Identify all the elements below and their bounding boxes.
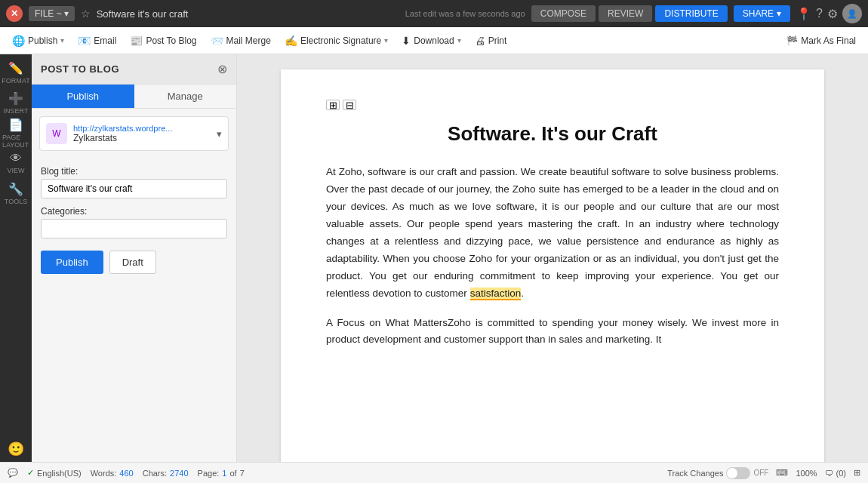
view-icon: 👁 bbox=[10, 152, 22, 165]
email-icon: 📧 bbox=[78, 35, 91, 47]
electronic-sig-toolbar-button[interactable]: ✍ Electronic Signature ▾ bbox=[279, 32, 394, 50]
words-label: Words: bbox=[91, 469, 117, 478]
char-count-status: Chars: 2740 bbox=[143, 469, 189, 478]
comments-count: (0) bbox=[836, 469, 846, 478]
page-current: 1 bbox=[222, 469, 226, 478]
view-label: VIEW bbox=[7, 167, 24, 174]
star-icon[interactable]: ☆ bbox=[81, 8, 91, 20]
print-icon: 🖨 bbox=[475, 35, 485, 47]
blog-logo-icon: W bbox=[46, 123, 67, 144]
blog-title-input[interactable] bbox=[41, 179, 227, 198]
email-toolbar-button[interactable]: 📧 Email bbox=[72, 32, 122, 50]
document-area: ⊞ ⊟ Software. It's our Craft At Zoho, so… bbox=[237, 54, 868, 462]
document-page: ⊞ ⊟ Software. It's our Craft At Zoho, so… bbox=[281, 69, 824, 462]
document-heading: Software. It's our Craft bbox=[326, 122, 779, 146]
print-toolbar-button[interactable]: 🖨 Print bbox=[469, 32, 513, 50]
panel-close-button[interactable]: ⊗ bbox=[217, 62, 227, 76]
compose-nav-button[interactable]: COMPOSE bbox=[531, 5, 596, 22]
mark-final-label: Mark As Final bbox=[801, 35, 856, 46]
keyboard-icon: ⌨ bbox=[776, 468, 788, 478]
insert-label: INSERT bbox=[4, 107, 29, 115]
page-separator: of bbox=[229, 469, 236, 478]
sidebar-item-format[interactable]: ✏️ FORMAT bbox=[2, 59, 29, 86]
word-count-status: Words: 460 bbox=[91, 469, 134, 478]
paragraph-1-text: At Zoho, software is our craft and passi… bbox=[326, 166, 779, 299]
insert-icon: ➕ bbox=[8, 91, 23, 106]
page-total: 7 bbox=[240, 469, 245, 478]
track-status-label: OFF bbox=[753, 469, 768, 477]
blog-url: http://zylkarstats.wordpre... bbox=[73, 124, 211, 133]
publish-label: Publish bbox=[28, 35, 57, 46]
location-icon[interactable]: 📍 bbox=[796, 7, 811, 21]
chevron-down-icon[interactable]: ▾ bbox=[217, 128, 222, 140]
paragraph-1: At Zoho, software is our craft and passi… bbox=[326, 164, 779, 303]
track-changes-switch[interactable] bbox=[726, 467, 750, 479]
feedback-icon[interactable]: 🙂 bbox=[8, 441, 24, 457]
chevron-down-icon: ▾ bbox=[60, 36, 64, 45]
words-count: 460 bbox=[119, 469, 133, 478]
chars-count: 2740 bbox=[170, 469, 188, 478]
download-toolbar-button[interactable]: ⬇ Download ▾ bbox=[396, 32, 466, 50]
tab-manage[interactable]: Manage bbox=[134, 85, 237, 108]
document-body[interactable]: At Zoho, software is our craft and passi… bbox=[326, 164, 779, 349]
keyboard-icon-status[interactable]: ⌨ bbox=[776, 468, 788, 478]
blog-name: Zylkarstats bbox=[73, 133, 211, 143]
comment-icon: 💬 bbox=[8, 468, 18, 478]
mail-merge-toolbar-button[interactable]: 📨 Mail Merge bbox=[205, 32, 277, 50]
page-status: Page: 1 of 7 bbox=[198, 469, 245, 478]
sidebar-item-view[interactable]: 👁 VIEW bbox=[2, 149, 29, 177]
sidebar-item-insert[interactable]: ➕ INSERT bbox=[2, 89, 29, 116]
distribute-nav-button[interactable]: DISTRIBUTE bbox=[655, 5, 727, 22]
post-to-blog-toolbar-button[interactable]: 📰 Post To Blog bbox=[124, 32, 202, 50]
after-highlight: . bbox=[521, 288, 524, 299]
tools-icon: 🔧 bbox=[8, 182, 23, 196]
page-label: Page: bbox=[198, 469, 220, 478]
chevron-down-icon: ▾ bbox=[777, 8, 781, 19]
print-label: Print bbox=[488, 35, 507, 46]
last-edit-timestamp: Last edit was a few seconds ago bbox=[405, 9, 525, 18]
flag-icon: 🏁 bbox=[786, 35, 798, 46]
mail-merge-label: Mail Merge bbox=[226, 35, 271, 46]
publish-button[interactable]: Publish bbox=[41, 251, 103, 274]
sidebar-item-tools[interactable]: 🔧 TOOLS bbox=[2, 180, 29, 207]
chars-label: Chars: bbox=[143, 469, 167, 478]
language-label: English(US) bbox=[37, 469, 82, 478]
chat-icon: 🗨 bbox=[825, 469, 833, 478]
page-view-icon-2[interactable]: ⊟ bbox=[343, 100, 356, 110]
format-icon: ✏️ bbox=[8, 61, 23, 75]
categories-input[interactable] bbox=[41, 219, 227, 238]
draft-button[interactable]: Draft bbox=[109, 251, 156, 274]
sidebar-item-page-layout[interactable]: 📄 PAGE LAYOUT bbox=[2, 119, 29, 146]
blog-connect-row[interactable]: W http://zylkarstats.wordpre... Zylkarst… bbox=[39, 116, 229, 151]
panel-title: POST TO BLOG bbox=[41, 63, 119, 75]
format-label: FORMAT bbox=[2, 77, 29, 85]
publish-toolbar-button[interactable]: 🌐 Publish ▾ bbox=[6, 32, 70, 50]
share-button[interactable]: SHARE ▾ bbox=[734, 5, 790, 22]
mark-as-final-button[interactable]: 🏁 Mark As Final bbox=[780, 32, 862, 49]
tab-publish[interactable]: Publish bbox=[32, 85, 134, 108]
track-changes-toggle[interactable]: Track Changes OFF bbox=[667, 467, 768, 479]
page-view-icon-1[interactable]: ⊞ bbox=[326, 100, 340, 110]
file-menu-button[interactable]: FILE ~ ▾ bbox=[29, 6, 75, 21]
help-icon[interactable]: ? bbox=[816, 7, 823, 20]
tools-label: TOOLS bbox=[5, 198, 27, 205]
grid-view-icon[interactable]: ⊞ bbox=[854, 468, 860, 478]
share-label: SHARE bbox=[743, 8, 774, 19]
email-label: Email bbox=[94, 35, 116, 46]
document-title: Software it's our craft bbox=[97, 8, 399, 20]
publish-icon: 🌐 bbox=[12, 35, 25, 47]
signature-icon: ✍ bbox=[285, 35, 297, 47]
comment-icon-status[interactable]: 💬 bbox=[8, 468, 18, 478]
page-layout-label: PAGE LAYOUT bbox=[2, 134, 29, 149]
close-button[interactable]: ✕ bbox=[6, 5, 23, 22]
post-to-blog-label: Post To Blog bbox=[146, 35, 196, 46]
review-nav-button[interactable]: REVIEW bbox=[599, 5, 652, 22]
comments-count-status: 🗨 (0) bbox=[825, 469, 846, 478]
settings-icon[interactable]: ⚙ bbox=[827, 7, 838, 21]
highlighted-word: satisfaction bbox=[470, 288, 522, 300]
avatar[interactable]: 👤 bbox=[842, 4, 862, 23]
file-label: FILE ~ bbox=[35, 8, 62, 19]
view-toggle-status[interactable]: ⊞ bbox=[854, 468, 860, 478]
toggle-knob bbox=[727, 468, 737, 478]
paragraph-2: A Focus on What MattersZoho is committed… bbox=[326, 315, 779, 349]
